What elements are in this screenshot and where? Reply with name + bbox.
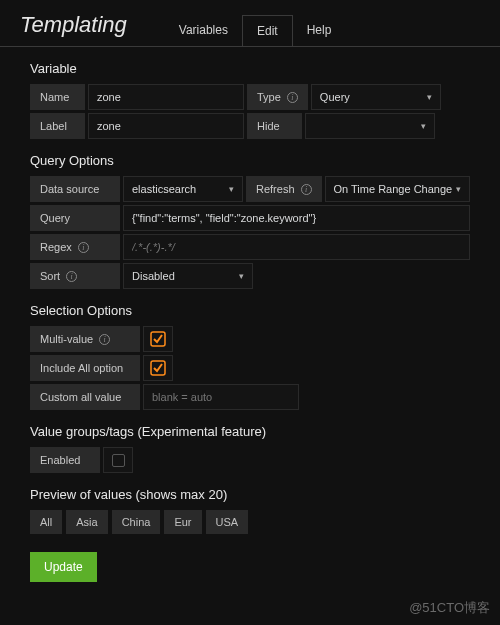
caret-down-icon: ▾ — [239, 271, 244, 281]
watermark: @51CTO博客 — [409, 599, 490, 617]
preview-value: China — [112, 510, 161, 534]
sort-select[interactable]: Disabled▾ — [123, 263, 253, 289]
include-all-checkbox[interactable] — [143, 355, 173, 381]
section-preview: Preview of values (shows max 20) — [30, 487, 470, 502]
query-input[interactable] — [123, 205, 470, 231]
preview-value: USA — [206, 510, 249, 534]
tabs: Variables Edit Help — [165, 15, 346, 46]
tab-variables[interactable]: Variables — [165, 15, 242, 46]
query-label: Query — [30, 205, 120, 231]
info-icon: i — [78, 242, 89, 253]
preview-values: All Asia China Eur USA — [30, 510, 470, 534]
info-icon: i — [301, 184, 312, 195]
label-label: Label — [30, 113, 85, 139]
sort-label: Sorti — [30, 263, 120, 289]
caret-down-icon: ▾ — [427, 92, 432, 102]
info-icon: i — [287, 92, 298, 103]
info-icon: i — [99, 334, 110, 345]
label-input[interactable] — [88, 113, 244, 139]
multi-value-label: Multi-valuei — [30, 326, 140, 352]
enabled-checkbox[interactable] — [103, 447, 133, 473]
custom-all-label: Custom all value — [30, 384, 140, 410]
section-query-options: Query Options — [30, 153, 470, 168]
hide-select[interactable]: ▾ — [305, 113, 435, 139]
caret-down-icon: ▾ — [421, 121, 426, 131]
refresh-label: Refreshi — [246, 176, 322, 202]
check-icon — [150, 331, 166, 347]
datasource-select[interactable]: elasticsearch▾ — [123, 176, 243, 202]
datasource-label: Data source — [30, 176, 120, 202]
preview-value: Eur — [164, 510, 201, 534]
type-select[interactable]: Query▾ — [311, 84, 441, 110]
section-selection-options: Selection Options — [30, 303, 470, 318]
caret-down-icon: ▾ — [229, 184, 234, 194]
preview-value: All — [30, 510, 62, 534]
page-title: Templating — [20, 12, 127, 46]
header: Templating Variables Edit Help — [0, 0, 500, 46]
caret-down-icon: ▾ — [456, 184, 461, 194]
regex-input[interactable] — [123, 234, 470, 260]
refresh-select[interactable]: On Time Range Change▾ — [325, 176, 470, 202]
include-all-label: Include All option — [30, 355, 140, 381]
info-icon: i — [66, 271, 77, 282]
header-divider — [0, 46, 500, 47]
name-input[interactable] — [88, 84, 244, 110]
tab-edit[interactable]: Edit — [242, 15, 293, 46]
check-icon — [150, 360, 166, 376]
unchecked-box-icon — [112, 454, 125, 467]
preview-value: Asia — [66, 510, 107, 534]
update-button[interactable]: Update — [30, 552, 97, 582]
content: Variable Name Typei Query▾ Label Hide ▾ … — [0, 61, 500, 602]
hide-label: Hide — [247, 113, 302, 139]
type-label: Typei — [247, 84, 308, 110]
section-variable: Variable — [30, 61, 470, 76]
regex-label: Regexi — [30, 234, 120, 260]
enabled-label: Enabled — [30, 447, 100, 473]
name-label: Name — [30, 84, 85, 110]
tab-help[interactable]: Help — [293, 15, 346, 46]
section-value-groups: Value groups/tags (Experimental feature) — [30, 424, 470, 439]
multi-value-checkbox[interactable] — [143, 326, 173, 352]
custom-all-input[interactable] — [143, 384, 299, 410]
